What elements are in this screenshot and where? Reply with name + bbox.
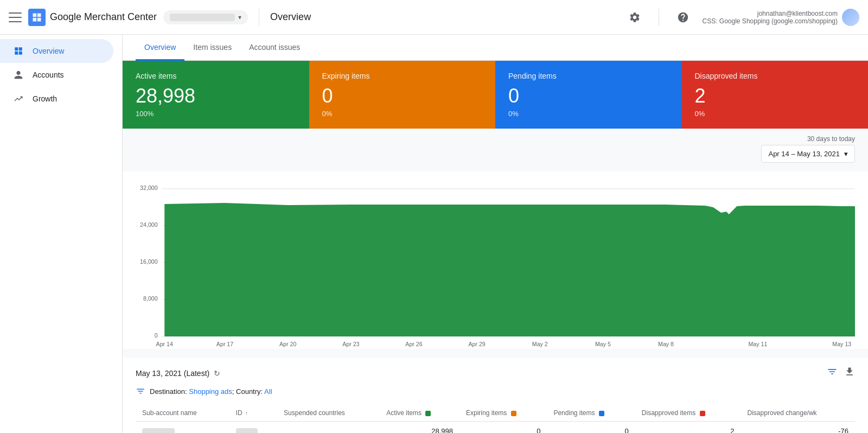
col-expiring: Expiring items: [459, 405, 547, 422]
svg-marker-14: [164, 203, 855, 336]
bottom-section: May 13, 2021 (Latest) ↻: [123, 358, 868, 433]
hamburger-menu[interactable]: [9, 11, 22, 24]
stat-pct-active: 100%: [136, 110, 296, 118]
svg-text:May 8: May 8: [658, 341, 674, 347]
logo-text: Google Merchant Center: [50, 11, 157, 23]
stat-label-disapproved: Disapproved items: [695, 72, 856, 80]
download-button[interactable]: [844, 366, 855, 380]
svg-text:8,000: 8,000: [143, 295, 158, 302]
header-separator: [259, 9, 259, 26]
col-pending: Pending items: [547, 405, 635, 422]
tab-bar: Overview Item issues Account issues: [123, 35, 868, 61]
filter-icon: [136, 386, 145, 396]
user-area: johnathan@klientboost.com CSS: Google Sh…: [703, 9, 860, 26]
bottom-header: May 13, 2021 (Latest) ↻: [136, 366, 855, 380]
date-range-label: 30 days to today: [761, 135, 855, 143]
tab-item-issues[interactable]: Item issues: [184, 35, 240, 61]
tab-account-issues[interactable]: Account issues: [240, 35, 309, 61]
trending-up-icon: [13, 93, 24, 104]
bottom-date-label: May 13, 2021 (Latest): [136, 369, 209, 378]
stat-label-expiring: Expiring items: [322, 72, 483, 80]
logo-area: Google Merchant Center: [28, 9, 157, 26]
cell-disapproved: 2: [635, 422, 741, 434]
stat-value-expiring: 0: [322, 85, 483, 107]
bottom-actions: [827, 366, 855, 380]
cell-id: [229, 422, 278, 434]
sidebar-item-label-growth: Growth: [33, 94, 57, 103]
main-layout: Overview Accounts Growth Overview Item i…: [0, 35, 868, 433]
filter-bar: Destination: Shopping ads; Country: All: [136, 386, 855, 396]
svg-rect-0: [33, 13, 37, 17]
stat-card-active[interactable]: Active items 28,998 100%: [123, 61, 309, 129]
user-css: CSS: Google Shopping (google.com/shoppin…: [703, 17, 838, 25]
blurred-id: [236, 428, 258, 433]
logo-icon: [28, 9, 46, 26]
svg-text:Apr 20: Apr 20: [279, 341, 296, 347]
filter-text: Destination: Shopping ads; Country: All: [150, 387, 272, 396]
help-button[interactable]: [672, 7, 694, 28]
page-title: Overview: [270, 11, 311, 23]
main-content: Overview Item issues Account issues Acti…: [123, 35, 868, 433]
date-range-chevron-icon: ▾: [844, 150, 848, 158]
stat-value-active: 28,998: [136, 85, 296, 107]
svg-text:Apr 17: Apr 17: [216, 341, 233, 347]
stat-pct-disapproved: 0%: [695, 110, 856, 118]
header-actions: johnathan@klientboost.com CSS: Google Sh…: [624, 7, 860, 28]
svg-text:May 13: May 13: [832, 341, 851, 347]
stat-value-disapproved: 2: [695, 85, 856, 107]
account-selector[interactable]: ▾: [163, 10, 248, 24]
svg-text:16,000: 16,000: [140, 258, 158, 265]
svg-text:Apr 29: Apr 29: [468, 341, 485, 347]
svg-text:May 2: May 2: [532, 341, 548, 347]
svg-rect-3: [37, 17, 41, 21]
date-range-value: Apr 14 – May 13, 2021: [768, 150, 840, 158]
col-sub-account: Sub-account name: [136, 405, 229, 422]
svg-text:May 5: May 5: [595, 341, 611, 347]
svg-text:Apr 26: Apr 26: [405, 341, 422, 347]
active-dot: [425, 411, 431, 416]
col-disapproved: Disapproved items: [635, 405, 741, 422]
cell-sub-account: [136, 422, 229, 434]
sidebar-item-overview[interactable]: Overview: [0, 39, 113, 63]
top-header: Google Merchant Center ▾ Overview johnat…: [0, 0, 868, 35]
col-suspended: Suspended countries: [277, 405, 380, 422]
stat-pct-expiring: 0%: [322, 110, 483, 118]
col-id[interactable]: ID ↑: [229, 405, 278, 422]
stat-card-disapproved[interactable]: Disapproved items 2 0%: [682, 61, 869, 129]
stat-value-pending: 0: [508, 85, 669, 107]
date-range-group: 30 days to today Apr 14 – May 13, 2021 ▾: [761, 135, 855, 163]
filter-destination-label: Destination:: [150, 387, 187, 396]
sidebar-item-growth[interactable]: Growth: [0, 87, 113, 111]
user-email: johnathan@klientboost.com: [703, 10, 838, 17]
stat-card-expiring[interactable]: Expiring items 0 0%: [309, 61, 496, 129]
svg-text:24,000: 24,000: [140, 221, 158, 228]
chart-container: 32,000 24,000 16,000 8,000 0 Apr 14 Apr …: [123, 171, 868, 349]
sidebar-item-label-accounts: Accounts: [33, 71, 64, 79]
tab-overview[interactable]: Overview: [136, 35, 184, 61]
date-range-select[interactable]: Apr 14 – May 13, 2021 ▾: [761, 145, 855, 163]
svg-rect-1: [37, 13, 41, 17]
avatar[interactable]: [842, 9, 859, 26]
pending-dot: [599, 411, 604, 416]
filter-button[interactable]: [827, 366, 838, 380]
col-dis-change: Disapproved change/wk: [741, 405, 855, 422]
filter-country-value[interactable]: All: [264, 387, 272, 396]
stat-label-pending: Pending items: [508, 72, 669, 80]
refresh-icon[interactable]: ↻: [214, 369, 220, 378]
stats-row: Active items 28,998 100% Expiring items …: [123, 61, 868, 129]
disapproved-dot: [700, 411, 705, 416]
sidebar-item-accounts[interactable]: Accounts: [0, 63, 113, 87]
sort-icon: ↑: [245, 410, 248, 416]
svg-text:0: 0: [155, 332, 158, 339]
svg-text:Apr 14: Apr 14: [156, 341, 173, 347]
cell-suspended: [277, 422, 380, 434]
stat-card-pending[interactable]: Pending items 0 0%: [495, 61, 682, 129]
filter-destination-value[interactable]: Shopping ads: [189, 387, 232, 396]
chevron-down-icon: ▾: [238, 14, 241, 21]
svg-text:May 11: May 11: [748, 341, 767, 347]
expiring-dot: [511, 411, 516, 416]
settings-button[interactable]: [624, 7, 646, 28]
svg-text:32,000: 32,000: [140, 184, 158, 191]
filter-row: 30 days to today Apr 14 – May 13, 2021 ▾: [123, 129, 868, 163]
blurred-account-name: [142, 428, 175, 433]
